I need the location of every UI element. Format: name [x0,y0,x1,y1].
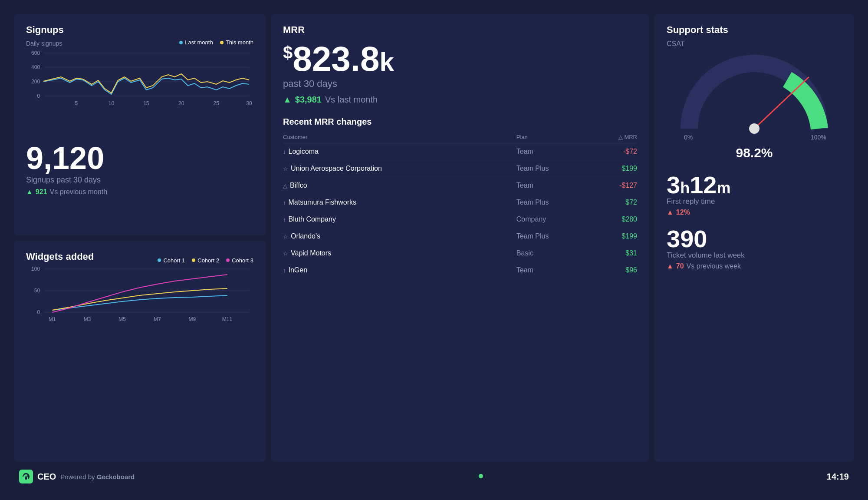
mrr-row-plan: Team [516,143,593,160]
table-row: ↑Matsumura Fishworks Team Plus $72 [283,194,637,211]
label-cohort2: Cohort 2 [197,257,219,264]
svg-text:200: 200 [31,79,40,85]
ticket-label: Ticket volume last week [667,251,842,260]
mrr-row-plan: Basic [516,245,593,262]
ticket-volume-block: 390 Ticket volume last week ▲ 70 Vs prev… [667,227,842,270]
svg-text:30: 30 [246,100,252,106]
row-icon: ☆ [283,233,288,240]
reply-time-block: 3h12m First reply time ▲ 12% [667,173,842,216]
mrr-suffix: k [379,47,394,76]
row-icon: ↑ [283,216,286,223]
legend-cohort3: Cohort 3 [226,257,253,264]
mrr-row-plan: Company [516,211,593,228]
signups-chart: 600 400 200 0 5 10 15 20 25 30 [26,49,253,136]
mrr-value: 823.8 [293,40,379,78]
svg-point-31 [479,474,483,478]
svg-text:20: 20 [178,100,184,106]
svg-text:M9: M9 [189,316,196,322]
footer-left: CEO Powered by Geckoboard [19,470,135,483]
widgets-legend: Cohort 1 Cohort 2 Cohort 3 [158,257,253,264]
svg-text:0: 0 [37,309,40,315]
svg-text:15: 15 [143,100,149,106]
reply-change-value: 12% [676,209,690,216]
signups-change-text: Vs previous month [50,188,108,196]
svg-text:M7: M7 [154,316,161,322]
mrr-row-plan: Team [516,177,593,194]
footer-powered-text: Powered by [60,473,95,480]
row-icon: ↓ [283,149,286,155]
svg-text:50: 50 [34,288,40,294]
svg-text:M3: M3 [84,316,91,322]
legend-dot-last-month [179,41,183,44]
signups-card: Signups Daily signups Last month This mo… [14,14,266,235]
signups-title: Signups [26,24,253,36]
row-icon: △ [283,182,287,189]
svg-text:0: 0 [37,93,40,99]
signups-legend: Last month This month [179,39,253,46]
signups-sub-label: Signups past 30 days [26,175,253,185]
footer-brand: Geckoboard [97,473,135,480]
table-row: ↓Logicoma Team -$72 [283,143,637,160]
mrr-change-amount: $3,981 [295,95,322,105]
reply-label: First reply time [667,197,842,206]
table-row: △Biffco Team -$127 [283,177,637,194]
mrr-col-customer: Customer [283,131,516,143]
csat-gauge: 0% 100% [676,55,832,142]
csat-label: CSAT [667,40,842,48]
reply-time-value: 3h12m [667,173,842,197]
widgets-chart: 100 50 0 M1 M3 M5 M7 M9 M11 [26,267,253,345]
footer-powered: Powered by Geckoboard [60,473,135,480]
table-row: ↑Bluth Company Company $280 [283,211,637,228]
svg-text:0%: 0% [684,134,693,141]
legend-last-month: Last month [179,39,213,46]
mrr-row-delta: $199 [593,228,637,245]
mrr-row-customer: ☆Vapid Motors [283,245,516,262]
mrr-row-plan: Team Plus [516,228,593,245]
mrr-row-plan: Team Plus [516,160,593,177]
row-icon: ☆ [283,166,288,172]
mrr-row-delta: $280 [593,211,637,228]
label-cohort3: Cohort 3 [232,257,253,264]
legend-cohort1: Cohort 1 [158,257,185,264]
mrr-row-plan: Team [516,262,593,279]
svg-text:400: 400 [31,64,40,70]
mrr-row-customer: ↑InGen [283,262,516,279]
footer-indicator [478,474,483,479]
mrr-amount: $823.8k [283,40,637,78]
mrr-title: MRR [283,24,637,36]
dot-cohort3 [226,258,230,262]
ticket-change-arrow: ▲ [667,262,674,270]
signups-change-arrow: ▲ [26,188,33,196]
mrr-row-customer: △Biffco [283,177,516,194]
reply-hours: 3 [667,171,680,199]
table-row: ☆Union Aerospace Corporation Team Plus $… [283,160,637,177]
mrr-row-delta: $31 [593,245,637,262]
mrr-period: past 30 days [283,78,637,89]
mrr-row-customer: ☆Union Aerospace Corporation [283,160,516,177]
mrr-card: MRR $823.8k past 30 days ▲ $3,981 Vs las… [271,14,649,462]
signups-change-number: 921 [36,188,47,196]
table-row: ☆Orlando's Team Plus $199 [283,228,637,245]
ticket-change-text: Vs previous week [687,262,741,270]
mrr-row-delta: $199 [593,160,637,177]
mrr-row-customer: ↑Matsumura Fishworks [283,194,516,211]
row-icon: ↑ [283,267,286,274]
mrr-change-text: Vs last month [325,95,378,105]
reply-change-arrow: ▲ [667,209,674,216]
svg-point-30 [25,477,27,480]
dashboard: Signups Daily signups Last month This mo… [9,9,859,491]
footer-time: 14:19 [827,472,849,482]
widgets-card: Widgets added Cohort 1 Cohort 2 Cohort 3 [14,241,266,462]
dot-cohort2 [192,258,195,262]
signups-change: ▲ 921 Vs previous month [26,188,253,196]
svg-text:M1: M1 [49,316,56,322]
gauge-value: 98.2% [736,137,773,162]
mrr-row-delta: -$127 [593,177,637,194]
mrr-row-delta: $72 [593,194,637,211]
geckoboard-logo [19,470,33,483]
gauge-symbol: % [761,146,773,160]
mrr-row-customer: ↑Bluth Company [283,211,516,228]
svg-text:5: 5 [75,100,78,106]
table-row: ↑InGen Team $96 [283,262,637,279]
svg-text:M11: M11 [222,316,233,322]
